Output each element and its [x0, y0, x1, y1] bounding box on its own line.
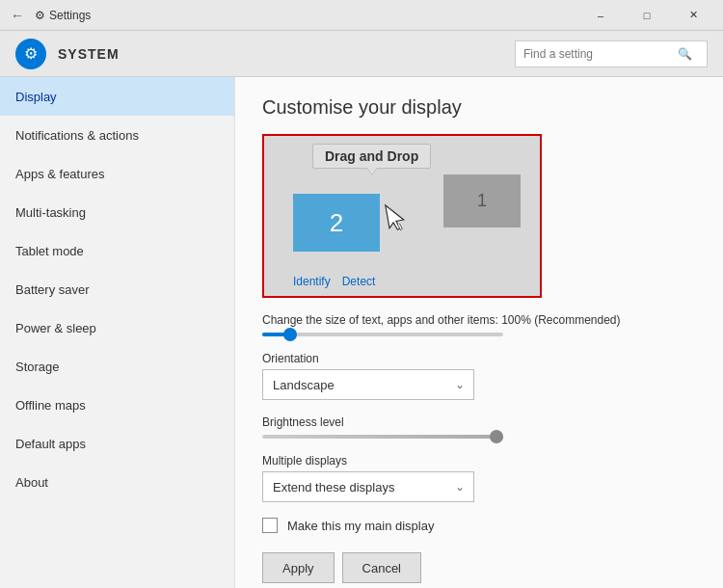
main-layout: Display Notifications & actions Apps & f…	[0, 77, 723, 588]
search-box[interactable]: 🔍	[515, 40, 708, 67]
sidebar-item-multitasking[interactable]: Multi-tasking	[0, 193, 234, 231]
orientation-label: Orientation	[262, 352, 696, 365]
orientation-select-wrapper: Landscape Portrait Landscape (flipped) P…	[262, 369, 474, 400]
search-icon: 🔍	[678, 47, 692, 61]
text-size-slider[interactable]	[262, 333, 503, 336]
display-links: Identify Detect	[293, 275, 375, 288]
system-icon: ⚙	[15, 39, 46, 69]
cancel-button[interactable]: Cancel	[342, 552, 421, 583]
headerbar: ⚙ SYSTEM 🔍	[0, 31, 723, 77]
sidebar-item-notifications[interactable]: Notifications & actions	[0, 116, 234, 154]
sidebar-item-display[interactable]: Display	[0, 77, 234, 116]
settings-icon: ⚙	[35, 9, 45, 22]
identify-link[interactable]: Identify	[293, 275, 331, 288]
text-size-label: Change the size of text, apps and other …	[262, 313, 696, 327]
detect-link[interactable]: Detect	[342, 275, 376, 288]
drag-cursor-icon	[382, 200, 415, 244]
brightness-thumb[interactable]	[490, 430, 503, 443]
search-input[interactable]	[523, 47, 678, 61]
main-content: Customise your display Drag and Drop 1 2	[235, 77, 723, 588]
sidebar-item-battery[interactable]: Battery saver	[0, 270, 234, 308]
brightness-label: Brightness level	[262, 415, 696, 429]
minimize-button[interactable]: –	[578, 0, 623, 31]
multiple-displays-label: Multiple displays	[262, 454, 696, 468]
page-title: Customise your display	[262, 96, 696, 119]
sidebar-item-default-apps[interactable]: Default apps	[0, 424, 234, 463]
orientation-select[interactable]: Landscape Portrait Landscape (flipped) P…	[262, 369, 474, 400]
sidebar: Display Notifications & actions Apps & f…	[0, 77, 235, 588]
slider-thumb[interactable]	[283, 328, 297, 341]
brightness-section: Brightness level	[262, 415, 696, 439]
back-button[interactable]: ←	[8, 6, 27, 25]
multiple-displays-select[interactable]: Extend these displays Duplicate these di…	[262, 471, 474, 502]
orientation-section: Orientation Landscape Portrait Landscape…	[262, 352, 696, 400]
titlebar: ← ⚙ Settings – □ ✕	[0, 0, 723, 31]
make-main-checkbox[interactable]	[262, 518, 278, 533]
sidebar-item-storage[interactable]: Storage	[0, 347, 234, 386]
brightness-slider[interactable]	[262, 435, 503, 439]
button-row: Apply Cancel	[262, 552, 696, 583]
make-main-row: Make this my main display	[262, 518, 696, 533]
multiple-displays-section: Multiple displays Extend these displays …	[262, 454, 696, 502]
display-area: Drag and Drop 1 2 Identify Detect	[262, 134, 542, 298]
text-size-section: Change the size of text, apps and other …	[262, 313, 696, 336]
monitor-1[interactable]: 1	[443, 174, 521, 227]
titlebar-title: Settings	[49, 9, 578, 22]
monitor-2[interactable]: 2	[293, 194, 380, 252]
sidebar-item-tablet[interactable]: Tablet mode	[0, 231, 234, 270]
header-title: SYSTEM	[58, 46, 515, 62]
drag-tooltip: Drag and Drop	[312, 144, 431, 169]
sidebar-item-about[interactable]: About	[0, 463, 234, 501]
make-main-label[interactable]: Make this my main display	[287, 519, 434, 533]
multiple-displays-select-wrapper: Extend these displays Duplicate these di…	[262, 471, 474, 502]
window-controls: – □ ✕	[578, 0, 715, 31]
sidebar-item-power[interactable]: Power & sleep	[0, 308, 234, 347]
sidebar-item-offline-maps[interactable]: Offline maps	[0, 386, 234, 424]
apply-button[interactable]: Apply	[262, 552, 335, 583]
close-button[interactable]: ✕	[671, 0, 715, 31]
maximize-button[interactable]: □	[625, 0, 669, 31]
sidebar-item-apps[interactable]: Apps & features	[0, 154, 234, 193]
